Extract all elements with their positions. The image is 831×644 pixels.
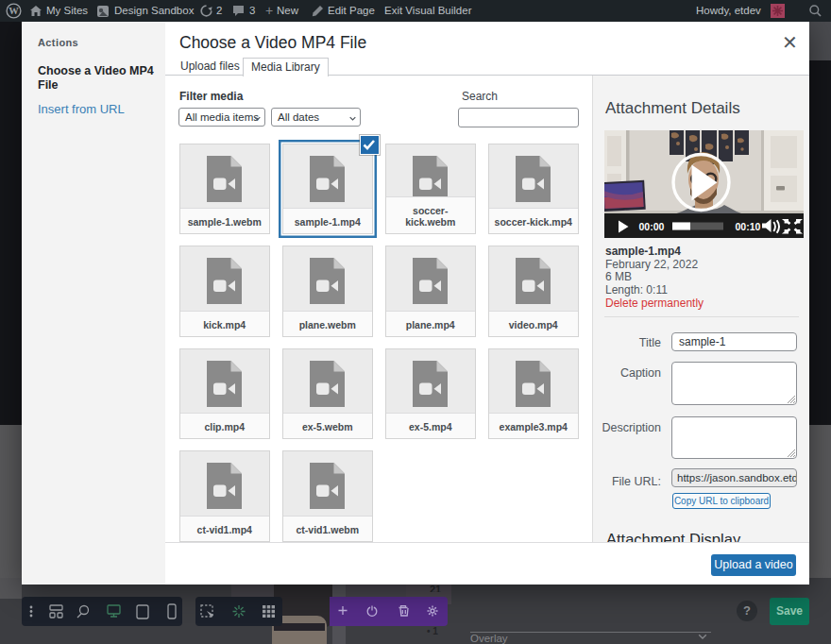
- svg-text:00:00: 00:00: [639, 220, 665, 231]
- svg-text:W: W: [8, 6, 19, 16]
- svg-text:00:10: 00:10: [736, 220, 761, 231]
